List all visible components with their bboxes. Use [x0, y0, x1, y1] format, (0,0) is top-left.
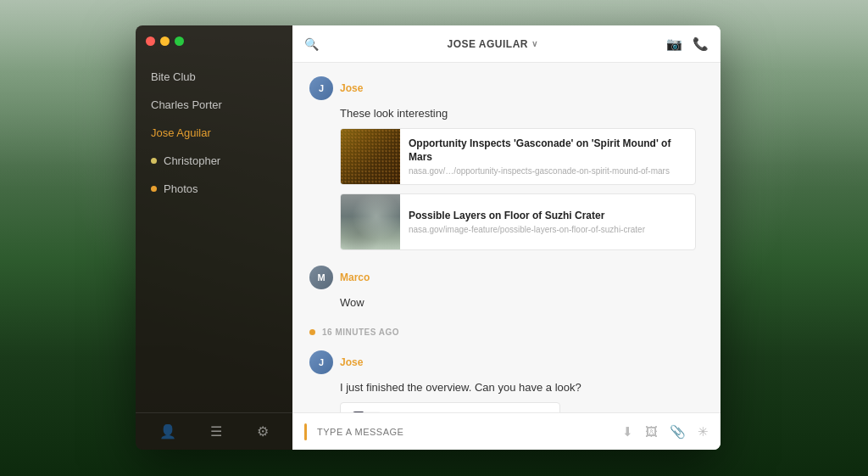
avatar-marco: M	[309, 266, 333, 289]
avatar-jose: J	[309, 76, 333, 100]
phone-icon[interactable]: 📞	[693, 36, 709, 52]
message-input[interactable]	[317, 427, 612, 437]
message-group-marco: M Marco Wow	[309, 266, 704, 314]
link-url-crater: nasa.gov/image-feature/possible-layers-o…	[409, 225, 645, 234]
message-header-jose2: J Jose	[309, 350, 704, 374]
chat-header: 🔍 JOSE AGUILAR ∨ 📷 📞	[292, 25, 721, 63]
link-card-crater[interactable]: Possible Layers on Floor of Suzhi Crater…	[340, 193, 696, 250]
message-group-jose-2: J Jose I just finished the overview. Can…	[309, 350, 704, 412]
message-text-jose2: I just finished the overview. Can you ha…	[340, 381, 704, 394]
message-header-marco: M Marco	[309, 266, 704, 289]
sidebar-item-bite-club[interactable]: Bite Club	[136, 63, 292, 91]
person-icon[interactable]: 👤	[154, 418, 181, 445]
sidebar-item-jose-aguilar[interactable]: Jose Aguilar	[136, 119, 292, 147]
time-separator: 16 MINUTES AGO	[309, 328, 704, 337]
app-window: Bite Club Charles Porter Jose Aguilar Ch…	[136, 25, 721, 450]
time-text: 16 MINUTES AGO	[322, 328, 399, 337]
image-icon[interactable]: 🖼	[645, 424, 658, 439]
download-icon[interactable]: ⬇	[622, 424, 633, 440]
link-thumbnail-mars	[341, 129, 400, 184]
chevron-down-icon[interactable]: ∨	[531, 39, 538, 48]
sidebar-footer: 👤 ☰ ⚙	[136, 412, 292, 450]
sender-name-marco: Marco	[340, 272, 370, 283]
close-button[interactable]	[146, 36, 155, 46]
gear-icon[interactable]: ⚙	[252, 418, 274, 445]
status-dot-yellow	[151, 158, 157, 164]
input-actions: ⬇ 🖼 📎 ✳	[622, 424, 709, 440]
sidebar-item-charles-porter[interactable]: Charles Porter	[136, 91, 292, 119]
link-url-mars: nasa.gov/…/opportunity-inspects-gasconad…	[409, 166, 687, 176]
sidebar-item-photos[interactable]: Photos	[136, 175, 292, 203]
message-group-jose-1: J Jose These look interesting Opportunit…	[309, 76, 704, 255]
asterisk-icon[interactable]: ✳	[698, 424, 709, 440]
main-chat: 🔍 JOSE AGUILAR ∨ 📷 📞 J Jose These loo	[292, 25, 721, 450]
message-text-marco: Wow	[340, 296, 704, 309]
link-title-crater: Possible Layers on Floor of Suzhi Crater	[409, 210, 645, 223]
chat-title: JOSE AGUILAR ∨	[326, 38, 659, 50]
sender-name-jose2: Jose	[340, 356, 363, 368]
paperclip-icon[interactable]: 📎	[670, 424, 686, 440]
link-thumbnail-crater	[341, 194, 400, 249]
input-border-indicator	[304, 423, 307, 440]
header-actions: 📷 📞	[666, 36, 709, 52]
search-icon[interactable]: 🔍	[304, 37, 319, 51]
maximize-button[interactable]	[175, 36, 184, 46]
chat-input-area: ⬇ 🖼 📎 ✳	[292, 412, 721, 450]
link-title-mars: Opportunity Inspects 'Gasconade' on 'Spi…	[409, 137, 687, 164]
file-icon: ▪	[353, 412, 380, 412]
avatar-jose-2: J	[309, 350, 333, 374]
sidebar-item-christopher[interactable]: Christopher	[136, 147, 292, 175]
sender-name: Jose	[340, 82, 363, 94]
video-icon[interactable]: 📷	[666, 36, 682, 52]
sidebar: Bite Club Charles Porter Jose Aguilar Ch…	[136, 25, 292, 450]
titlebar	[136, 25, 292, 56]
contact-list: Bite Club Charles Porter Jose Aguilar Ch…	[136, 56, 292, 412]
minimize-button[interactable]	[160, 36, 170, 46]
file-attachment[interactable]: ▪ 2016 Q3 OVERVIEW 14.8 MB · PDF	[340, 402, 560, 412]
status-dot-orange	[151, 186, 157, 192]
time-dot	[309, 329, 315, 335]
messages-area: J Jose These look interesting Opportunit…	[292, 63, 721, 412]
message-header: J Jose	[309, 76, 704, 100]
message-text: These look interesting	[340, 107, 704, 120]
link-card-mars[interactable]: Opportunity Inspects 'Gasconade' on 'Spi…	[340, 128, 696, 185]
list-icon[interactable]: ☰	[205, 418, 227, 445]
